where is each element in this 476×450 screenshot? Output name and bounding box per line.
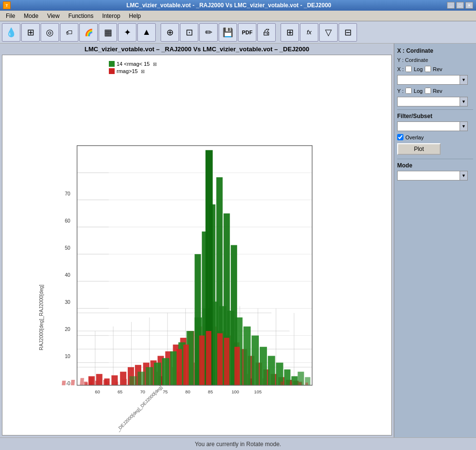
mode-section: Mode Rotate ▼ (397, 159, 473, 180)
svg-rect-84 (122, 379, 127, 385)
filter-button[interactable]: ▽ (319, 23, 338, 42)
svg-rect-141 (235, 347, 240, 385)
y-options-row: Y : Log Rev (397, 88, 473, 94)
mode-wrapper: Rotate ▼ (397, 171, 472, 180)
menu-item-view[interactable]: View (43, 12, 63, 20)
statusbar: You are currently in Rotate mode. (0, 437, 476, 450)
fx-button[interactable]: fx (300, 23, 318, 42)
svg-text:65: 65 (118, 390, 122, 394)
coord-y-label: Y : Cordinate (397, 57, 473, 63)
svg-text:85: 85 (208, 390, 213, 394)
right-panel: X : Cordinate Y : Cordinate X : Log Rev … (394, 44, 476, 437)
overlay-checkbox[interactable] (397, 134, 403, 140)
svg-text:RAJ2000[deg]_RAJ2000[deg]: RAJ2000[deg]_RAJ2000[deg] (39, 285, 44, 350)
zoom-button[interactable]: ⊡ (180, 23, 198, 42)
svg-text:80: 80 (185, 390, 190, 394)
menu-item-mode[interactable]: Mode (20, 12, 42, 20)
color-button[interactable]: 🌈 (79, 23, 98, 42)
chart-title: LMC_vizier_votable.vot – _RAJ2000 Vs LMC… (2, 45, 392, 53)
filter-input[interactable]: rmag>15 (397, 121, 460, 131)
star-button[interactable]: ✦ (118, 23, 136, 42)
legend-label-green: 14 <rmag< 15 (117, 61, 150, 67)
svg-rect-117 (252, 335, 259, 385)
y-log-checkbox[interactable] (405, 88, 412, 94)
x-prefix: X : (397, 66, 403, 72)
pdf-button[interactable]: PDF (238, 23, 256, 42)
svg-rect-152 (298, 383, 301, 386)
density-button[interactable]: ▲ (137, 23, 156, 42)
x-field-wrapper: _RAJ2000 ▼ (397, 75, 472, 85)
menu-item-file[interactable]: File (2, 12, 19, 20)
print-button[interactable]: 🖨 (257, 23, 276, 42)
y-prefix: Y : (397, 88, 403, 94)
menu-item-functions[interactable]: Functions (64, 12, 97, 20)
legend-label-red: rmag>15 (117, 68, 138, 74)
svg-rect-150 (281, 382, 283, 385)
svg-rect-83 (95, 381, 100, 385)
svg-rect-118 (260, 347, 267, 385)
chart-canvas[interactable]: 14 <rmag< 15 ⊠ rmag>15 ⊠ (2, 55, 392, 435)
svg-rect-106 (162, 358, 169, 385)
svg-text:70: 70 (65, 191, 71, 196)
svg-rect-116 (243, 327, 251, 385)
svg-rect-130 (146, 367, 153, 385)
x-rev-checkbox[interactable] (425, 66, 431, 72)
x-log-checkbox[interactable] (405, 66, 412, 72)
grid2-button[interactable]: ⊞ (281, 23, 299, 42)
y-rev-checkbox[interactable] (425, 88, 431, 94)
menu-item-interop[interactable]: Interop (98, 12, 124, 20)
svg-rect-142 (62, 381, 66, 385)
svg-rect-147 (90, 383, 93, 386)
svg-rect-139 (217, 333, 223, 385)
titlebar-controls: _ □ × (447, 2, 473, 9)
svg-text:40: 40 (65, 272, 71, 278)
svg-rect-121 (284, 369, 290, 385)
menu-item-help[interactable]: Help (125, 12, 145, 20)
svg-text:70: 70 (140, 390, 145, 394)
y-dropdown-arrow[interactable]: ▼ (460, 97, 468, 106)
grid-button[interactable]: ▦ (99, 23, 117, 42)
svg-text:100: 100 (232, 390, 239, 394)
y-log-label: Log (414, 88, 422, 94)
x-rev-label: Rev (433, 66, 443, 72)
svg-text:60: 60 (65, 218, 71, 224)
svg-text:10: 10 (65, 354, 71, 359)
maximize-button[interactable]: □ (456, 2, 464, 9)
close-button[interactable]: × (465, 2, 473, 9)
save-button[interactable]: 💾 (219, 23, 237, 42)
svg-rect-135 (177, 349, 182, 385)
legend-color-red (109, 68, 115, 74)
svg-rect-119 (268, 356, 275, 385)
titlebar-title: LMC_vizier_votable.vot - _RAJ2000 Vs LMC… (126, 2, 331, 9)
filter-dropdown-arrow[interactable]: ▼ (460, 121, 468, 131)
svg-rect-132 (130, 376, 137, 386)
mode-input[interactable]: Rotate (397, 171, 460, 180)
coord-x-label: X : Cordinate (397, 47, 473, 54)
overlay-button[interactable]: ⊟ (339, 23, 357, 42)
toolbar: 💧 ⊞ ◎ 🏷 🌈 ▦ ✦ ▲ ⊕ ⊡ ✏ 💾 PDF 🖨 ⊞ fx ▽ ⊟ (0, 21, 476, 44)
sky-button[interactable]: ◎ (41, 23, 59, 42)
svg-rect-140 (224, 338, 229, 385)
mode-dropdown-arrow[interactable]: ▼ (460, 171, 468, 180)
svg-text:60: 60 (95, 390, 100, 394)
svg-rect-138 (206, 331, 211, 385)
filter-wrapper: rmag>15 ▼ (397, 121, 472, 131)
overlay-label: Overlay (405, 135, 424, 140)
plot-button[interactable]: Plot (397, 143, 441, 155)
svg-rect-137 (199, 335, 205, 385)
target-button[interactable]: ⊕ (161, 23, 179, 42)
tag-button[interactable]: 🏷 (60, 23, 78, 42)
titlebar: T LMC_vizier_votable.vot - _RAJ2000 Vs L… (0, 0, 476, 11)
svg-rect-107 (170, 351, 178, 385)
minimize-button[interactable]: _ (447, 2, 455, 9)
svg-rect-144 (80, 378, 84, 385)
x-dropdown-arrow[interactable]: ▼ (460, 75, 468, 85)
table-button[interactable]: ⊞ (21, 23, 40, 42)
svg-text:50: 50 (65, 245, 71, 251)
svg-rect-148 (106, 382, 109, 385)
draw-button[interactable]: ✏ (199, 23, 218, 42)
topcat-button[interactable]: 💧 (2, 23, 20, 42)
y-field-input[interactable]: _DEJ2000 (397, 97, 460, 106)
x-field-input[interactable]: _RAJ2000 (397, 75, 460, 85)
svg-text:75: 75 (163, 390, 167, 394)
